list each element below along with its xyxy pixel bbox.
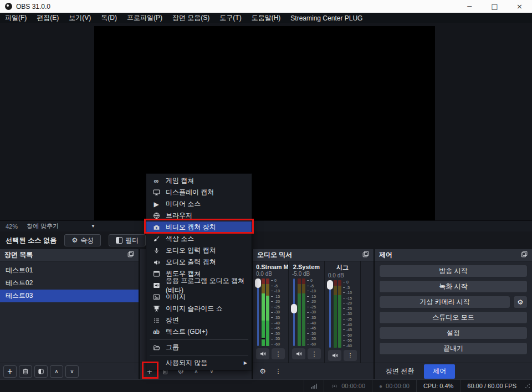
scene-item-selected[interactable]: 테스트03: [0, 290, 139, 302]
mixer-dock-header: 오디오 믹서: [253, 249, 374, 261]
popout-icon[interactable]: [521, 251, 528, 259]
video-capture-device-icon: [152, 224, 160, 231]
window-title: OBS 31.0.0: [16, 3, 50, 11]
exit-button[interactable]: 끝내기: [379, 342, 528, 355]
scene-list: 테스트01 테스트02 테스트03: [0, 261, 139, 302]
audio-mixer-dock: 오디오 믹서 0.Stream Mix 0.0 dB 0-5-10-15-20-…: [253, 249, 374, 379]
menu-item-video-capture-device[interactable]: 비디오 캡쳐 장치: [146, 221, 252, 233]
audio-output-capture-icon: [152, 259, 160, 266]
menu-item-browser[interactable]: 브라우저: [146, 210, 252, 221]
media-source-icon: ▶: [152, 200, 160, 208]
no-source-label: 선택된 소스 없음: [0, 236, 57, 245]
controls-dock-header: 제어: [375, 249, 532, 261]
menubar-item[interactable]: Streaming Center PLUG: [285, 14, 367, 22]
menu-item-media-source[interactable]: ▶ 미디어 소스: [146, 198, 252, 210]
resize-grip[interactable]: [525, 383, 530, 389]
mixer-menu-button[interactable]: ⋮: [272, 365, 285, 378]
fit-mode-label[interactable]: 창에 맞추기: [23, 222, 62, 230]
browser-icon: [152, 212, 160, 219]
menubar-item[interactable]: 프로파일(P): [122, 13, 167, 23]
menubar-item[interactable]: 편집(E): [32, 13, 64, 23]
menu-item-image-slideshow[interactable]: 이미지 슬라이드 쇼: [146, 303, 252, 314]
mixer-toolbar: ⚙ ⋮: [253, 363, 374, 379]
popout-icon[interactable]: [362, 251, 369, 259]
menubar-item[interactable]: 독(D): [96, 13, 122, 23]
obs-logo-icon: [5, 3, 12, 10]
maximize-button[interactable]: □: [482, 0, 507, 13]
preview-area: [0, 23, 532, 220]
display-capture-icon: [152, 189, 160, 196]
start-recording-button[interactable]: 녹화 시작: [379, 280, 528, 293]
tab-scene-transitions[interactable]: 장면 전환: [377, 364, 423, 379]
close-button[interactable]: ×: [507, 0, 532, 13]
channel-db: 0.0 dB: [256, 271, 288, 277]
properties-button[interactable]: ⚙ 속성: [64, 234, 101, 246]
menu-item-game-capture[interactable]: ∞ 게임 캡쳐: [146, 175, 252, 187]
volume-slider[interactable]: [329, 280, 331, 348]
db-scale: 0-5-10-15-20-25-30-35-40-45-50-55-60: [307, 278, 316, 346]
menu-separator: [150, 339, 248, 340]
gear-icon: ⚙: [518, 298, 524, 306]
menubar-item[interactable]: 도구(T): [214, 13, 246, 23]
menubar-item[interactable]: 파일(F): [0, 13, 32, 23]
menubar-item[interactable]: 도움말(H): [247, 13, 286, 23]
menu-item-color-source[interactable]: 색상 소스: [146, 233, 252, 245]
start-virtual-camera-button[interactable]: 가상 카메라 시작: [379, 296, 510, 308]
menu-item-application-audio-capture[interactable]: 응용 프로그램 오디오 캡쳐 (베타): [146, 280, 252, 291]
scene-item[interactable]: 테스트01: [0, 264, 139, 277]
settings-button[interactable]: 설정: [379, 327, 528, 339]
channel-menu-button[interactable]: ⋮: [344, 350, 357, 361]
group-icon: [152, 344, 160, 351]
menu-item-audio-input-capture[interactable]: 오디오 입력 캡쳐: [146, 245, 252, 256]
studio-mode-button[interactable]: 스튜디오 모드: [379, 311, 528, 324]
mixer-channel: 0.Stream Mix 0.0 dB 0-5-10-15-20-25-30-3…: [253, 261, 289, 363]
popout-icon[interactable]: [127, 251, 134, 259]
game-capture-icon: ∞: [152, 177, 160, 185]
channel-name: 시그: [328, 264, 360, 272]
selected-source-bar: 선택된 소스 없음 ⚙ 속성 필터: [0, 231, 532, 249]
add-scene-button[interactable]: +: [3, 365, 17, 378]
db-scale: 0-5-10-15-20-25-30-35-40-45-50-55-60: [271, 278, 280, 346]
menu-item-group[interactable]: 그룹: [146, 342, 252, 353]
menubar-item[interactable]: 보기(V): [64, 13, 96, 23]
volume-slider[interactable]: [257, 278, 259, 346]
move-scene-up-button[interactable]: ∧: [50, 365, 63, 378]
scene-filters-button[interactable]: [34, 365, 48, 378]
volume-slider[interactable]: [293, 278, 295, 346]
signal-bars-icon: [311, 383, 317, 389]
menubar-item[interactable]: 장면 모음(S): [167, 13, 214, 23]
virtual-camera-settings-button[interactable]: ⚙: [513, 296, 528, 308]
vu-meter: [298, 278, 305, 346]
mute-button[interactable]: [292, 348, 305, 359]
text-gdi-icon: ab: [152, 329, 160, 335]
scene-item[interactable]: 테스트02: [0, 277, 139, 290]
minimize-button[interactable]: −: [457, 0, 482, 13]
channel-menu-button[interactable]: ⋮: [308, 348, 321, 359]
mute-button[interactable]: [256, 348, 269, 359]
tab-controls[interactable]: 제어: [424, 364, 455, 379]
add-source-context-menu: ∞ 게임 캡쳐 디스플레이 캡쳐 ▶ 미디어 소스 브라우저 비디오 캡쳐 장치: [146, 173, 252, 370]
move-scene-down-button[interactable]: ∨: [65, 365, 79, 378]
filters-button[interactable]: 필터: [109, 234, 146, 246]
advanced-audio-button[interactable]: ⚙: [256, 365, 269, 378]
remove-scene-button[interactable]: [19, 365, 32, 378]
channel-menu-button[interactable]: ⋮: [272, 348, 285, 359]
menu-item-audio-output-capture[interactable]: 오디오 출력 캡쳐: [146, 256, 252, 268]
menu-item-deprecated[interactable]: 사용되지 않음 ▶: [146, 357, 252, 369]
controls-dock: 제어 방송 시작 녹화 시작 가상 카메라 시작 ⚙ 스튜디오 모드 설정 끝내…: [375, 249, 532, 379]
record-timer: ● 00:00:00: [372, 380, 416, 392]
mixer-channel: 시그 0.0 dB 0-5-10-15-20-25-30-35-40-45-50…: [325, 261, 361, 363]
menu-item-scene[interactable]: 장면: [146, 314, 252, 326]
start-streaming-button[interactable]: 방송 시작: [379, 265, 528, 277]
menu-item-text-gdi[interactable]: ab 텍스트 (GDI+): [146, 326, 252, 338]
vu-meter: [334, 280, 341, 348]
channel-name: 2.System: [292, 264, 324, 270]
vu-meter: [262, 278, 269, 346]
gear-icon: ⚙: [259, 367, 266, 375]
chevron-down-icon[interactable]: ▼: [91, 224, 95, 229]
channel-db: 0.0 dB: [328, 272, 360, 278]
preview-zoom-bar: 42% 창에 맞추기 ▼: [0, 220, 532, 231]
color-source-icon: [152, 235, 160, 243]
mute-button[interactable]: [328, 350, 341, 361]
menu-item-display-capture[interactable]: 디스플레이 캡쳐: [146, 187, 252, 198]
